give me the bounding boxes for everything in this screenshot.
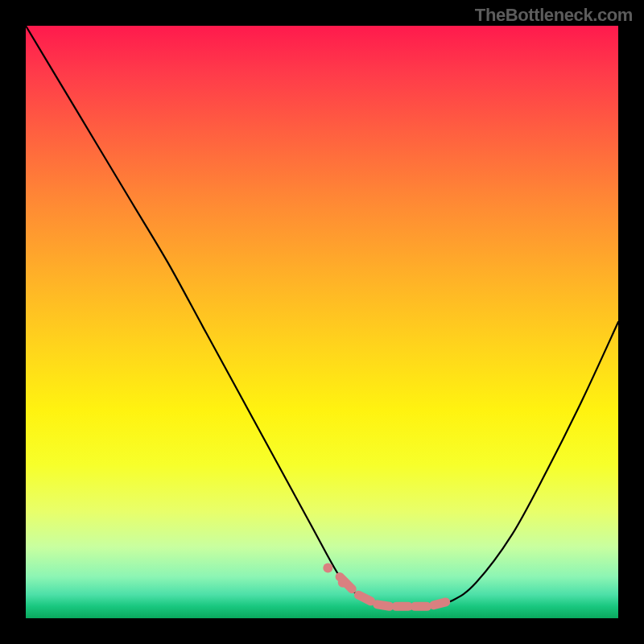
optimal-band-dot xyxy=(323,563,332,572)
chart-frame: TheBottleneck.com xyxy=(0,0,644,644)
curve-path xyxy=(26,26,618,607)
bottleneck-curve xyxy=(26,26,618,618)
optimal-band-segment xyxy=(358,595,370,601)
watermark-text: TheBottleneck.com xyxy=(475,5,633,26)
optimal-band-dot xyxy=(338,578,348,588)
optimal-band-segment xyxy=(378,605,390,606)
optimal-band-segment xyxy=(434,602,446,605)
chart-plot-area xyxy=(26,26,618,618)
